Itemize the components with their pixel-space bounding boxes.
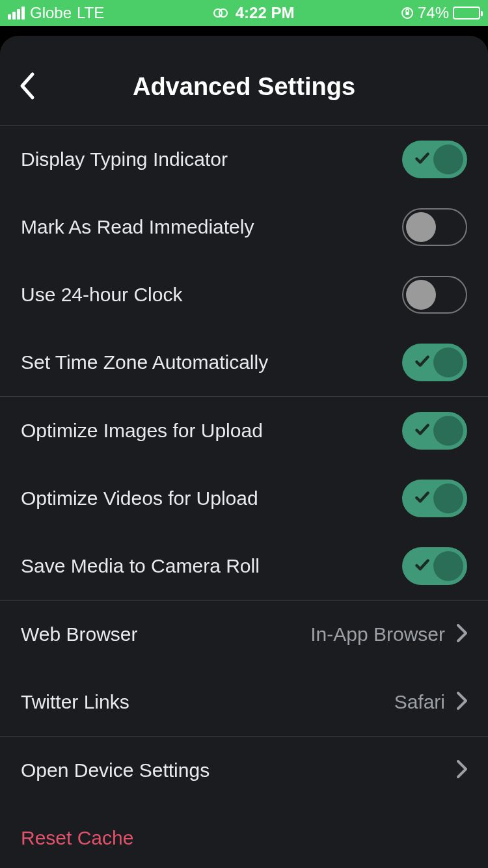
toggle-save-media[interactable] xyxy=(402,547,467,585)
toggle-mark-as-read[interactable] xyxy=(402,208,467,246)
row-display-typing-indicator: Display Typing Indicator xyxy=(0,126,488,193)
row-mark-as-read: Mark As Read Immediately xyxy=(0,193,488,261)
row-save-media: Save Media to Camera Roll xyxy=(0,532,488,600)
row-label: Twitter Links xyxy=(21,691,129,713)
toggle-24-hour-clock[interactable] xyxy=(402,276,467,314)
orientation-lock-icon xyxy=(401,7,414,20)
toggle-knob xyxy=(433,551,463,581)
content: Display Typing Indicator Mark As Read Im… xyxy=(0,126,488,868)
status-bar: Globe LTE 4:22 PM 74% xyxy=(0,0,488,26)
row-timezone-auto: Set Time Zone Automatically xyxy=(0,329,488,396)
row-label: Set Time Zone Automatically xyxy=(21,351,268,373)
check-icon xyxy=(414,421,431,441)
check-icon xyxy=(414,556,431,576)
status-center: 4:22 PM xyxy=(211,4,295,22)
chevron-right-icon xyxy=(457,624,467,645)
network-label: LTE xyxy=(77,4,104,22)
row-label: Open Device Settings xyxy=(21,759,210,781)
row-optimize-videos: Optimize Videos for Upload xyxy=(0,465,488,532)
battery-pct-label: 74% xyxy=(418,4,449,22)
row-label: Use 24-hour Clock xyxy=(21,284,182,306)
chevron-right-icon xyxy=(457,760,467,781)
hotspot-icon xyxy=(211,7,230,19)
row-label: Reset Cache xyxy=(21,827,133,849)
page-title: Advanced Settings xyxy=(133,73,355,101)
toggle-knob xyxy=(433,483,463,513)
row-label: Web Browser xyxy=(21,623,138,645)
row-web-browser[interactable]: Web Browser In-App Browser xyxy=(0,601,488,668)
check-icon xyxy=(414,353,431,372)
toggle-knob xyxy=(433,144,463,174)
chevron-right-icon xyxy=(457,692,467,712)
carrier-label: Globe xyxy=(30,4,72,22)
row-24-hour-clock: Use 24-hour Clock xyxy=(0,261,488,329)
toggle-knob xyxy=(433,416,463,446)
row-label: Display Typing Indicator xyxy=(21,148,228,170)
row-label: Mark As Read Immediately xyxy=(21,216,254,238)
svg-rect-3 xyxy=(405,12,409,15)
toggle-timezone-auto[interactable] xyxy=(402,344,467,381)
row-optimize-images: Optimize Images for Upload xyxy=(0,397,488,465)
signal-icon xyxy=(8,7,25,20)
group-media: Optimize Images for Upload Optimize Vide… xyxy=(0,397,488,601)
status-right: 74% xyxy=(401,4,480,22)
clock-label: 4:22 PM xyxy=(236,4,295,22)
row-value: Safari xyxy=(394,691,445,713)
row-label: Optimize Images for Upload xyxy=(21,420,263,442)
back-button[interactable] xyxy=(18,72,36,103)
row-label: Save Media to Camera Roll xyxy=(21,555,260,577)
header: Advanced Settings xyxy=(0,49,488,126)
check-icon xyxy=(414,150,431,169)
group-browser: Web Browser In-App Browser Twitter Links… xyxy=(0,601,488,737)
toggle-optimize-images[interactable] xyxy=(402,412,467,450)
toggle-knob xyxy=(406,280,436,310)
row-label: Optimize Videos for Upload xyxy=(21,487,258,509)
toggle-knob xyxy=(433,347,463,377)
row-reset-cache[interactable]: Reset Cache xyxy=(0,804,488,868)
row-open-device-settings[interactable]: Open Device Settings xyxy=(0,737,488,804)
toggle-optimize-videos[interactable] xyxy=(402,480,467,517)
group-typing: Display Typing Indicator Mark As Read Im… xyxy=(0,126,488,397)
back-sheet: Advanced Settings Display Typing Indicat… xyxy=(0,36,488,868)
chevron-left-icon xyxy=(18,72,36,100)
status-left: Globe LTE xyxy=(8,4,104,22)
group-system: Open Device Settings Reset Cache xyxy=(0,737,488,868)
row-twitter-links[interactable]: Twitter Links Safari xyxy=(0,668,488,736)
battery-icon xyxy=(453,7,480,20)
toggle-display-typing-indicator[interactable] xyxy=(402,141,467,178)
svg-point-1 xyxy=(219,9,227,17)
toggle-knob xyxy=(406,212,436,242)
row-value: In-App Browser xyxy=(310,623,445,645)
settings-sheet: Advanced Settings Display Typing Indicat… xyxy=(0,49,488,868)
check-icon xyxy=(414,489,431,508)
